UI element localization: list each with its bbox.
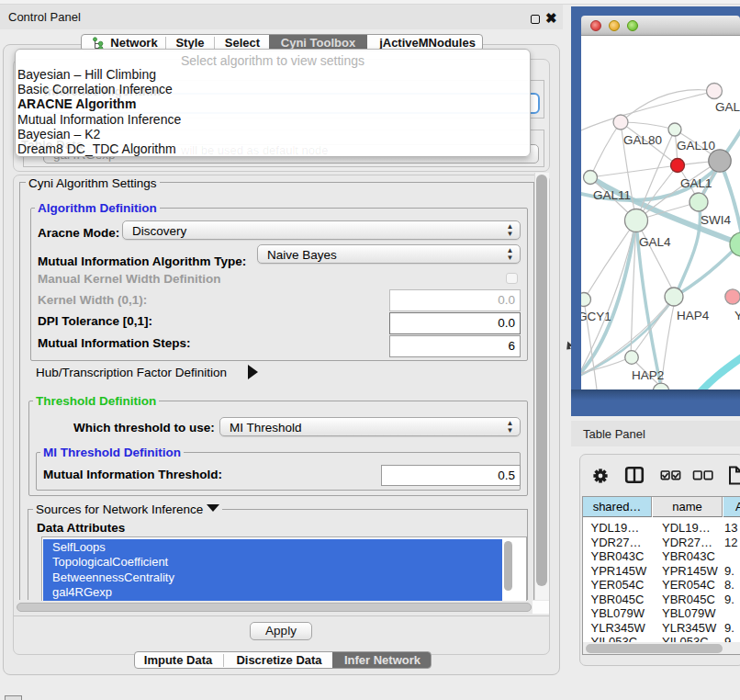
svg-text:GAL7: GAL7 [715,100,740,114]
svg-text:Y: Y [734,309,740,322]
svg-text:GCY1: GCY1 [581,310,611,323]
svg-text:SWI4: SWI4 [701,213,731,227]
svg-text:HAP4: HAP4 [677,309,710,322]
svg-text:GAL4: GAL4 [639,235,671,249]
svg-text:GAL10: GAL10 [677,139,715,152]
svg-text:GAL11: GAL11 [593,188,631,202]
svg-text:GAL1: GAL1 [680,176,712,190]
svg-text:HAP2: HAP2 [632,368,664,382]
svg-text:GAL80: GAL80 [623,133,662,147]
